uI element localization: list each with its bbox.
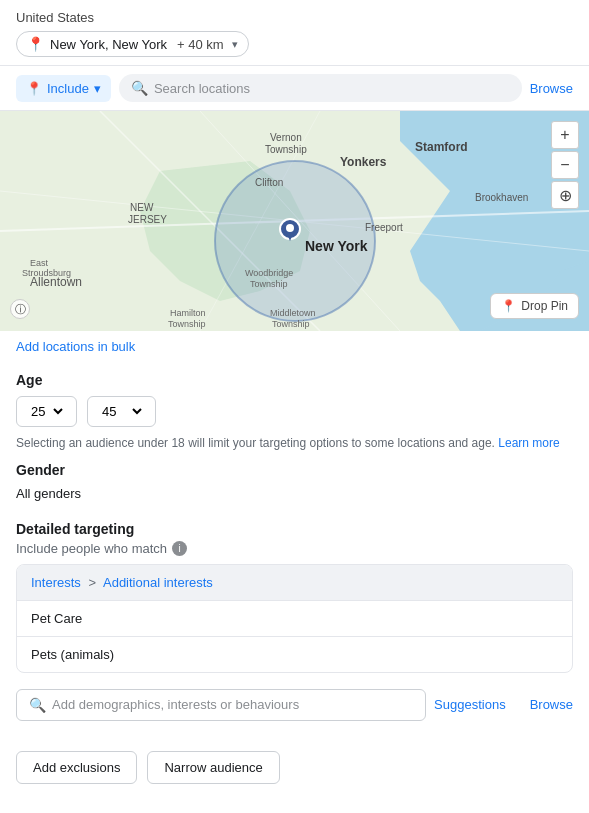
interest-item-pet-care: Pet Care (17, 601, 572, 637)
add-locations-bulk-link[interactable]: Add locations in bulk (0, 331, 589, 362)
svg-text:East: East (30, 258, 49, 268)
bottom-buttons: Add exclusions Narrow audience (0, 739, 589, 796)
map-locate-button[interactable]: ⊕ (551, 181, 579, 209)
location-header: United States 📍 New York, New York + 40 … (0, 0, 589, 66)
demographics-browse-link[interactable]: Browse (530, 697, 573, 712)
demographics-search-input[interactable] (52, 697, 413, 712)
age-row: 25 18 21 30 35 40 45 50 55 60 65 45 24 (16, 396, 573, 427)
add-exclusions-button[interactable]: Add exclusions (16, 751, 137, 784)
search-icon: 🔍 (131, 80, 148, 96)
search-row: 📍 Include ▾ 🔍 Browse (0, 66, 589, 111)
gender-value: All genders (16, 486, 573, 501)
svg-text:Clifton: Clifton (255, 177, 283, 188)
detailed-targeting-section: Detailed targeting Include people who ma… (0, 511, 589, 739)
page-wrapper: United States 📍 New York, New York + 40 … (0, 0, 589, 796)
drop-pin-icon: 📍 (501, 299, 516, 313)
include-match-text: Include people who match (16, 541, 167, 556)
browse-link[interactable]: Browse (530, 81, 573, 96)
location-chip[interactable]: 📍 New York, New York + 40 km ▾ (16, 31, 249, 57)
age-max-select[interactable]: 45 24 30 35 40 50 55 60 65 65+ (87, 396, 156, 427)
interests-box: Interests > Additional interests Pet Car… (16, 564, 573, 673)
include-label: Include (47, 81, 89, 96)
include-pin-icon: 📍 (26, 81, 42, 96)
age-label: Age (16, 372, 573, 388)
demographics-search-wrap: 🔍 (16, 689, 426, 721)
age-min-dropdown[interactable]: 25 18 21 30 35 40 45 50 55 60 65 (27, 403, 66, 420)
demographics-search-row: 🔍 Suggestions Browse (16, 681, 573, 729)
interests-breadcrumb: Interests > Additional interests (17, 565, 572, 601)
include-match-row: Include people who match i (16, 541, 573, 556)
location-search-wrap: 🔍 (119, 74, 522, 102)
svg-text:Yonkers: Yonkers (340, 155, 387, 169)
svg-text:Vernon: Vernon (270, 132, 302, 143)
age-max-dropdown[interactable]: 45 24 30 35 40 50 55 60 65 65+ (98, 403, 145, 420)
drop-pin-button[interactable]: 📍 Drop Pin (490, 293, 579, 319)
svg-text:Middletown: Middletown (270, 308, 316, 318)
svg-text:Township: Township (265, 144, 307, 155)
age-section: Age 25 18 21 30 35 40 45 50 55 60 65 (0, 362, 589, 462)
location-dropdown-arrow[interactable]: ▾ (232, 38, 238, 51)
location-city: New York, New York (50, 37, 167, 52)
detailed-targeting-title: Detailed targeting (16, 521, 573, 537)
svg-text:Woodbridge: Woodbridge (245, 268, 293, 278)
demographics-search-icon: 🔍 (29, 697, 46, 713)
svg-text:Freeport: Freeport (365, 222, 403, 233)
age-min-select[interactable]: 25 18 21 30 35 40 45 50 55 60 65 (16, 396, 77, 427)
breadcrumb-arrow: > (88, 575, 96, 590)
zoom-in-icon: + (560, 126, 569, 144)
suggestions-link[interactable]: Suggestions (434, 697, 506, 712)
location-pin-icon: 📍 (27, 36, 44, 52)
svg-text:NEW: NEW (130, 202, 154, 213)
map-zoom-out-button[interactable]: − (551, 151, 579, 179)
map-controls: + − ⊕ (551, 121, 579, 209)
svg-text:JERSEY: JERSEY (128, 214, 167, 225)
location-search-input[interactable] (154, 81, 510, 96)
svg-text:Brookhaven: Brookhaven (475, 192, 528, 203)
include-dropdown-arrow: ▾ (94, 81, 101, 96)
age-warning: Selecting an audience under 18 will limi… (16, 435, 573, 452)
learn-more-link[interactable]: Learn more (498, 436, 559, 450)
svg-text:Township: Township (250, 279, 288, 289)
locate-icon: ⊕ (559, 186, 572, 205)
drop-pin-label: Drop Pin (521, 299, 568, 313)
gender-section: Gender All genders (0, 462, 589, 511)
map-zoom-in-button[interactable]: + (551, 121, 579, 149)
map-info-icon: ⓘ (15, 302, 26, 317)
narrow-audience-button[interactable]: Narrow audience (147, 751, 279, 784)
svg-text:Township: Township (272, 319, 310, 329)
svg-text:New York: New York (305, 238, 368, 254)
svg-text:Stamford: Stamford (415, 140, 468, 154)
svg-point-28 (286, 224, 294, 232)
interest-item-pets-animals: Pets (animals) (17, 637, 572, 672)
map-container: Allentown NEW JERSEY Vernon Township Eas… (0, 111, 589, 331)
svg-text:Hamilton: Hamilton (170, 308, 206, 318)
location-distance: + 40 km (177, 37, 224, 52)
location-country: United States (16, 10, 573, 25)
include-match-info-icon[interactable]: i (172, 541, 187, 556)
svg-text:Stroudsburg: Stroudsburg (22, 268, 71, 278)
include-button[interactable]: 📍 Include ▾ (16, 75, 111, 102)
breadcrumb-additional-interests-link[interactable]: Additional interests (103, 575, 213, 590)
zoom-out-icon: − (560, 156, 569, 174)
svg-text:Township: Township (168, 319, 206, 329)
map-info-button[interactable]: ⓘ (10, 299, 30, 319)
gender-label: Gender (16, 462, 573, 478)
breadcrumb-interests-link[interactable]: Interests (31, 575, 81, 590)
